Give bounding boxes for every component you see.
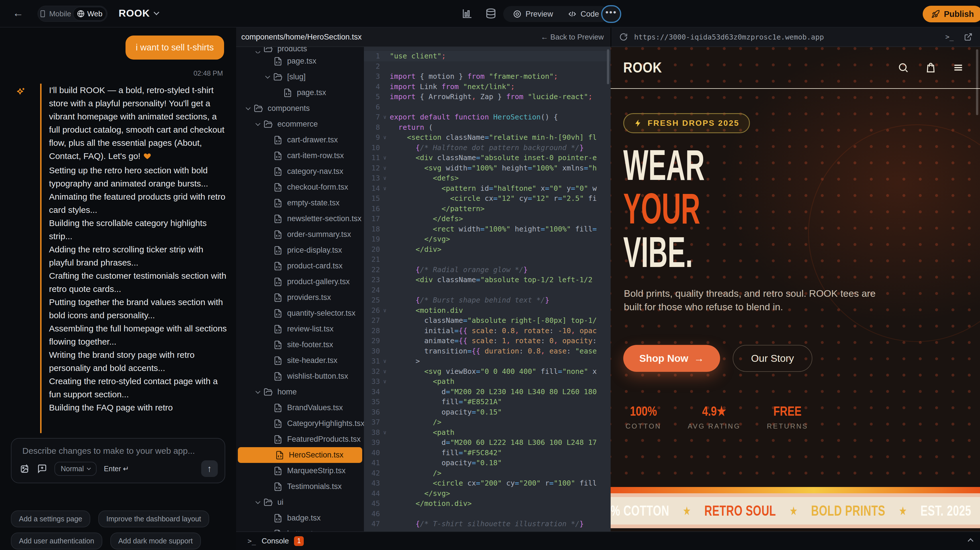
tree-file-quantity-selector-tsx[interactable]: quantity-selector.tsx xyxy=(236,305,364,321)
code-line[interactable]: 34 d="M200 20 L230 140 L340 80 L260 180 xyxy=(364,387,611,397)
tree-file-wishlist-button-tsx[interactable]: wishlist-button.tsx xyxy=(236,369,364,384)
code-line[interactable]: 26∨ <motion.div xyxy=(364,305,611,316)
tree-file-brandvalues-tsx[interactable]: BrandValues.tsx xyxy=(236,400,364,416)
code-line[interactable]: 9∨ <section className="relative min-h-[9… xyxy=(364,132,611,143)
fold-chevron-icon[interactable]: ∨ xyxy=(380,377,390,387)
fold-chevron-icon[interactable]: ∨ xyxy=(380,366,390,377)
attach-image-icon[interactable] xyxy=(20,464,30,474)
our-story-button[interactable]: Our Story xyxy=(733,345,812,372)
tree-file-badge-tsx[interactable]: badge.tsx xyxy=(236,510,364,526)
code-line[interactable]: 38∨ <path xyxy=(364,428,611,438)
fold-chevron-icon[interactable]: ∨ xyxy=(380,132,390,143)
code-line[interactable]: 11∨ <div className="absolute inset-0 poi… xyxy=(364,153,611,163)
tree-folder--slug-[interactable]: [slug] xyxy=(236,69,364,85)
code-line[interactable]: 7∨export default function HeroSection() … xyxy=(364,112,611,122)
tree-file-marqueestrip-tsx[interactable]: MarqueeStrip.tsx xyxy=(236,463,364,478)
fold-chevron-icon[interactable]: ∨ xyxy=(380,153,390,163)
tree-file-site-header-tsx[interactable]: site-header.tsx xyxy=(236,353,364,369)
code-line[interactable]: 35 fill="#E8521A" xyxy=(364,397,611,407)
code-line[interactable]: 33∨ <path xyxy=(364,377,611,387)
tree-file-newsletter-section-tsx[interactable]: newsletter-section.tsx xyxy=(236,211,364,227)
code-line[interactable]: 14∨ <pattern id="halftone" x="0" y="0" w xyxy=(364,183,611,194)
code-line[interactable]: 3import { motion } from "framer-motion"; xyxy=(364,72,611,82)
fold-chevron-icon[interactable]: ∨ xyxy=(380,428,390,438)
tree-file-product-gallery-tsx[interactable]: product-gallery.tsx xyxy=(236,274,364,289)
tree-folder-ecommerce[interactable]: ecommerce xyxy=(236,116,364,132)
fold-chevron-icon[interactable]: ∨ xyxy=(380,112,390,122)
fold-chevron-icon[interactable]: ∨ xyxy=(380,305,390,316)
tree-file-checkout-form-tsx[interactable]: checkout-form.tsx xyxy=(236,179,364,195)
code-line[interactable]: 37 /> xyxy=(364,417,611,428)
code-line[interactable]: 1"use client"; xyxy=(364,51,611,61)
code-line[interactable]: 43 <circle cx="200" cy="200" r="100" fil… xyxy=(364,478,611,488)
code-line[interactable]: 30 transition={{ duration: 0.8, ease: "e… xyxy=(364,346,611,356)
code-line[interactable]: 25 {/* Burst shape behind text */} xyxy=(364,295,611,305)
code-line[interactable]: 40 fill="#F5C842" xyxy=(364,448,611,458)
database-icon[interactable] xyxy=(485,8,496,19)
tree-file-page-tsx[interactable]: page.tsx xyxy=(236,85,364,100)
shopping-bag-icon[interactable] xyxy=(925,62,937,73)
suggestion-chip[interactable]: Add a settings page xyxy=(11,510,90,528)
terminal-icon[interactable]: >_ xyxy=(945,33,954,41)
code-line[interactable]: 45 </motion.div> xyxy=(364,498,611,509)
fold-chevron-icon[interactable]: ∨ xyxy=(380,163,390,173)
preview-scrollbar[interactable] xyxy=(976,49,978,115)
code-line[interactable]: 39 d="M200 60 L222 148 L306 100 L248 17 xyxy=(364,437,611,448)
fold-chevron-icon[interactable]: ∨ xyxy=(380,356,390,366)
suggestion-chip[interactable]: Add user authentication xyxy=(11,533,102,549)
code-line[interactable]: 22 {/* Radial orange glow */} xyxy=(364,265,611,275)
editor-scrollbar[interactable] xyxy=(607,49,609,84)
preview-url[interactable]: https://3000-iqida53d63z0mzprosc1e.wemob… xyxy=(634,33,824,41)
search-icon[interactable] xyxy=(897,62,909,73)
code-line[interactable]: 20 </div> xyxy=(364,244,611,255)
tree-file-site-footer-tsx[interactable]: site-footer.tsx xyxy=(236,337,364,353)
tree-folder-components[interactable]: components xyxy=(236,100,364,116)
project-menu[interactable]: ROOK xyxy=(119,8,159,19)
code-line[interactable]: 44 </svg> xyxy=(364,488,611,499)
tree-folder-home[interactable]: home xyxy=(236,384,364,400)
code-line[interactable]: 29 animate={{ scale: 1, rotate: 0, opaci… xyxy=(364,336,611,346)
fold-chevron-icon[interactable]: ∨ xyxy=(380,173,390,183)
code-line[interactable]: 28 initial={{ scale: 0.8, rotate: -10, o… xyxy=(364,326,611,336)
tree-file-testimonials-tsx[interactable]: Testimonials.tsx xyxy=(236,478,364,494)
fold-chevron-icon[interactable]: ∨ xyxy=(380,183,390,194)
tree-file-herosection-tsx[interactable]: HeroSection.tsx xyxy=(238,447,362,463)
tree-file-cart-drawer-tsx[interactable]: cart-drawer.tsx xyxy=(236,132,364,148)
code-line[interactable]: 2 xyxy=(364,61,611,72)
chat-input-box[interactable]: Describe changes to make to your web app… xyxy=(11,438,225,483)
code-line[interactable]: 46 xyxy=(364,509,611,519)
tree-file-category-nav-tsx[interactable]: category-nav.tsx xyxy=(236,164,364,179)
code-line[interactable]: 23 <div className="absolute top-1/2 left… xyxy=(364,275,611,285)
code-line[interactable]: 19 </svg> xyxy=(364,234,611,244)
tree-file-empty-state-tsx[interactable]: empty-state.tsx xyxy=(236,195,364,211)
code-line[interactable]: 32∨ <svg viewBox="0 0 400 400" fill="non… xyxy=(364,366,611,377)
code-line[interactable]: 47 {/* T-shirt silhouette illustration *… xyxy=(364,519,611,529)
code-line[interactable]: 17 </defs> xyxy=(364,214,611,224)
tree-file-order-summary-tsx[interactable]: order-summary.tsx xyxy=(236,227,364,242)
menu-icon[interactable] xyxy=(953,62,964,73)
tree-folder-ui[interactable]: ui xyxy=(236,494,364,510)
toggle-web[interactable]: Web xyxy=(73,7,106,21)
mode-dropdown[interactable]: Normal xyxy=(54,462,97,476)
analytics-icon[interactable] xyxy=(462,8,473,19)
code-line[interactable]: 41 opacity="0.18" xyxy=(364,458,611,468)
code-line[interactable]: 4import Link from "next/link"; xyxy=(364,82,611,92)
back-to-preview-link[interactable]: ← Back to Preview xyxy=(541,33,604,41)
comment-plus-icon[interactable] xyxy=(37,464,47,474)
console-bar[interactable]: >_ Console 1 xyxy=(236,531,980,550)
code-editor[interactable]: 1"use client";2 3import { motion } from … xyxy=(364,47,611,531)
code-line[interactable]: 16 </pattern> xyxy=(364,203,611,214)
refresh-icon[interactable] xyxy=(619,33,628,41)
chevron-up-icon[interactable] xyxy=(968,538,974,544)
shop-now-button[interactable]: Shop Now → xyxy=(623,345,720,372)
code-line[interactable]: 24 xyxy=(364,285,611,295)
tree-file-categoryhighlights-tsx[interactable]: CategoryHighlights.tsx xyxy=(236,416,364,431)
code-button[interactable]: Code xyxy=(568,10,599,19)
tree-file-providers-tsx[interactable]: providers.tsx xyxy=(236,289,364,305)
code-line[interactable]: 31∨ > xyxy=(364,356,611,366)
suggestion-chip[interactable]: Add dark mode support xyxy=(110,533,201,549)
tree-file-page-tsx[interactable]: page.tsx xyxy=(236,53,364,69)
tree-file-featuredproducts-tsx[interactable]: FeaturedProducts.tsx xyxy=(236,431,364,447)
tree-file-price-display-tsx[interactable]: price-display.tsx xyxy=(236,242,364,258)
code-line[interactable]: 6 xyxy=(364,102,611,112)
